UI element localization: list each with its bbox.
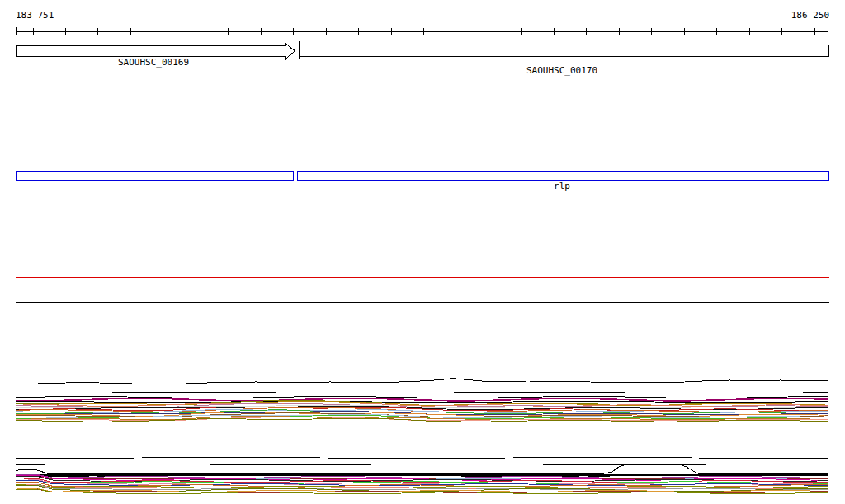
coverage-line-0-0 (16, 379, 828, 385)
region-end-label: 186 250 (791, 11, 829, 20)
coverage-line-0-3 (16, 398, 828, 401)
coverage-line-1-3 (16, 475, 828, 476)
annotation-track (17, 172, 829, 181)
tracks-canvas (0, 0, 845, 504)
baseline-track (16, 278, 829, 303)
gene-glyph-saouhsc-00170[interactable] (300, 45, 829, 57)
annotation-label-rlp: rlp (554, 181, 570, 191)
coverage-line-1-0 (16, 458, 828, 459)
genome-browser-stage: 183 751 186 250 SAOUHSC_00169 SAOUHSC_00… (0, 0, 845, 504)
gene-label-saouhsc-00169: SAOUHSC_00169 (118, 58, 189, 67)
coverage-line-0-1 (16, 393, 828, 393)
coverage-line-0-2 (16, 397, 828, 398)
region-start-label: 183 751 (16, 11, 54, 20)
coverage-line-0-4 (16, 401, 828, 403)
coverage-line-1-2 (16, 464, 828, 474)
gene-label-saouhsc-00170: SAOUHSC_00170 (526, 66, 597, 75)
coverage-track-upper (16, 379, 828, 422)
coverage-line-1-1 (16, 464, 828, 465)
coverage-track-lower (16, 458, 828, 494)
annotation-box-0[interactable] (17, 172, 294, 181)
ruler-track (16, 27, 828, 35)
annotation-box-1[interactable] (298, 172, 829, 181)
